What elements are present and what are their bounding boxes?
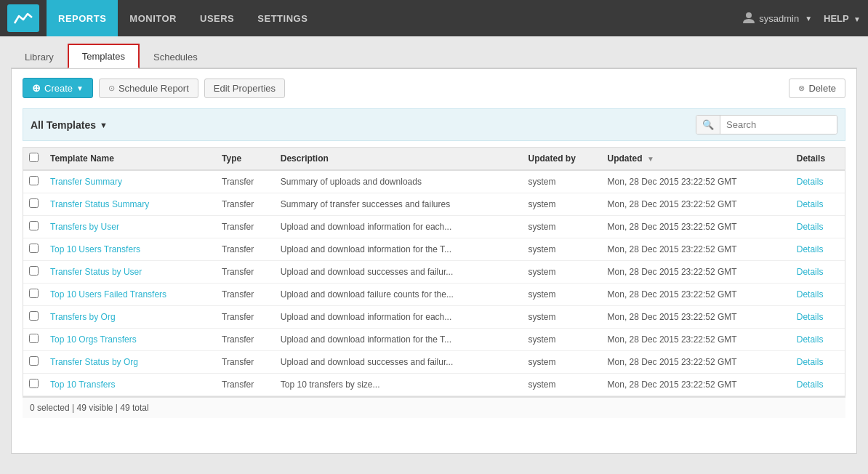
table-row: Transfer Summary Transfer Summary of upl…	[23, 170, 845, 193]
row-checkbox[interactable]	[29, 334, 39, 343]
filter-caret-icon: ▼	[100, 121, 108, 129]
table-row: Top 10 Transfers Transfer Top 10 transfe…	[23, 374, 845, 396]
row-type: Transfer	[216, 238, 275, 261]
tab-templates[interactable]: Templates	[68, 44, 140, 68]
row-details[interactable]: Details	[791, 216, 845, 238]
search-input[interactable]	[720, 116, 837, 134]
row-updated: Mon, 28 Dec 2015 23:22:52 GMT	[602, 170, 791, 193]
table-header: Template Name Type Description Updated b…	[23, 148, 845, 170]
row-name[interactable]: Transfer Status by Org	[44, 351, 216, 374]
nav-item-monitor[interactable]: MONITOR	[118, 0, 188, 36]
nav-item-settings[interactable]: SETTINGS	[246, 0, 319, 36]
template-name-link[interactable]: Transfer Status by Org	[50, 357, 138, 367]
row-checkbox-cell[interactable]	[23, 306, 44, 329]
schedule-label: Schedule Report	[118, 83, 189, 94]
template-name-link[interactable]: Top 10 Users Transfers	[50, 244, 140, 254]
row-checkbox-cell[interactable]	[23, 284, 44, 306]
row-checkbox-cell[interactable]	[23, 193, 44, 216]
nav-item-reports[interactable]: REPORTS	[47, 0, 118, 36]
row-checkbox[interactable]	[29, 379, 39, 388]
row-name[interactable]: Top 10 Orgs Transfers	[44, 329, 216, 351]
delete-button[interactable]: ⊗ Delete	[789, 79, 845, 98]
row-name[interactable]: Top 10 Users Transfers	[44, 238, 216, 261]
row-name[interactable]: Transfers by Org	[44, 306, 216, 329]
row-updated-by: system	[523, 329, 602, 351]
row-name[interactable]: Transfer Status Summary	[44, 193, 216, 216]
row-details[interactable]: Details	[791, 284, 845, 306]
edit-properties-button[interactable]: Edit Properties	[204, 79, 285, 98]
details-link[interactable]: Details	[797, 334, 824, 345]
details-link[interactable]: Details	[797, 312, 824, 322]
row-checkbox[interactable]	[29, 266, 39, 276]
row-details[interactable]: Details	[791, 193, 845, 216]
row-name[interactable]: Transfer Summary	[44, 170, 216, 193]
template-name-link[interactable]: Transfer Status by User	[50, 267, 142, 277]
row-details[interactable]: Details	[791, 374, 845, 396]
row-details[interactable]: Details	[791, 261, 845, 284]
user-menu[interactable]: sysadmin ▼	[742, 11, 812, 26]
details-link[interactable]: Details	[797, 199, 824, 209]
row-checkbox-cell[interactable]	[23, 170, 44, 193]
help-label: HELP	[824, 13, 848, 24]
main-wrapper: Library Templates Schedules ⊕ Create ▼ ⊙…	[0, 36, 868, 474]
row-updated-by: system	[523, 374, 602, 396]
template-name-link[interactable]: Transfer Status Summary	[50, 199, 149, 209]
details-link[interactable]: Details	[797, 357, 824, 367]
tab-library[interactable]: Library	[11, 45, 68, 68]
col-header-updated[interactable]: Updated ▼	[602, 148, 791, 170]
details-link[interactable]: Details	[797, 289, 824, 300]
row-name[interactable]: Transfer Status by User	[44, 261, 216, 284]
template-name-link[interactable]: Transfers by Org	[50, 312, 116, 322]
delete-icon: ⊗	[798, 84, 805, 93]
row-checkbox[interactable]	[29, 244, 39, 253]
row-checkbox[interactable]	[29, 198, 39, 208]
row-description: Upload and download successes and failur…	[275, 351, 523, 374]
template-name-link[interactable]: Top 10 Users Failed Transfers	[50, 289, 166, 300]
schedule-report-button[interactable]: ⊙ Schedule Report	[99, 79, 198, 98]
row-checkbox-cell[interactable]	[23, 238, 44, 261]
template-name-link[interactable]: Top 10 Transfers	[50, 379, 115, 390]
create-button[interactable]: ⊕ Create ▼	[23, 78, 93, 98]
row-name[interactable]: Transfers by User	[44, 216, 216, 238]
row-checkbox-cell[interactable]	[23, 329, 44, 351]
row-checkbox-cell[interactable]	[23, 351, 44, 374]
table-row: Transfer Status by User Transfer Upload …	[23, 261, 845, 284]
template-name-link[interactable]: Transfers by User	[50, 222, 119, 232]
template-name-link[interactable]: Top 10 Orgs Transfers	[50, 334, 137, 345]
row-updated: Mon, 28 Dec 2015 23:22:52 GMT	[602, 238, 791, 261]
select-all-checkbox[interactable]	[29, 153, 39, 162]
details-link[interactable]: Details	[797, 244, 824, 254]
details-link[interactable]: Details	[797, 267, 824, 277]
row-checkbox[interactable]	[29, 221, 39, 230]
row-details[interactable]: Details	[791, 238, 845, 261]
row-checkbox-cell[interactable]	[23, 261, 44, 284]
row-checkbox[interactable]	[29, 289, 39, 298]
row-details[interactable]: Details	[791, 351, 845, 374]
row-details[interactable]: Details	[791, 306, 845, 329]
row-details[interactable]: Details	[791, 170, 845, 193]
table-wrapper[interactable]: Template Name Type Description Updated b…	[23, 147, 845, 397]
svg-point-0	[746, 12, 752, 18]
create-caret-icon: ▼	[76, 84, 84, 92]
row-checkbox[interactable]	[29, 356, 39, 366]
top-navigation: REPORTS MONITOR USERS SETTINGS sysadmin …	[0, 0, 868, 36]
help-menu[interactable]: HELP ▼	[824, 13, 861, 24]
details-link[interactable]: Details	[797, 379, 824, 390]
all-templates-filter[interactable]: All Templates ▼	[31, 119, 108, 131]
row-checkbox[interactable]	[29, 311, 39, 321]
nav-item-users[interactable]: USERS	[188, 0, 246, 36]
row-updated-by: system	[523, 284, 602, 306]
tab-schedules[interactable]: Schedules	[140, 45, 212, 68]
table-row: Top 10 Users Transfers Transfer Upload a…	[23, 238, 845, 261]
logo[interactable]	[7, 4, 39, 32]
select-all-header[interactable]	[23, 148, 44, 170]
row-checkbox-cell[interactable]	[23, 216, 44, 238]
details-link[interactable]: Details	[797, 222, 824, 232]
row-checkbox[interactable]	[29, 176, 39, 185]
row-name[interactable]: Top 10 Transfers	[44, 374, 216, 396]
row-checkbox-cell[interactable]	[23, 374, 44, 396]
row-name[interactable]: Top 10 Users Failed Transfers	[44, 284, 216, 306]
details-link[interactable]: Details	[797, 177, 824, 187]
template-name-link[interactable]: Transfer Summary	[50, 177, 122, 187]
row-details[interactable]: Details	[791, 329, 845, 351]
